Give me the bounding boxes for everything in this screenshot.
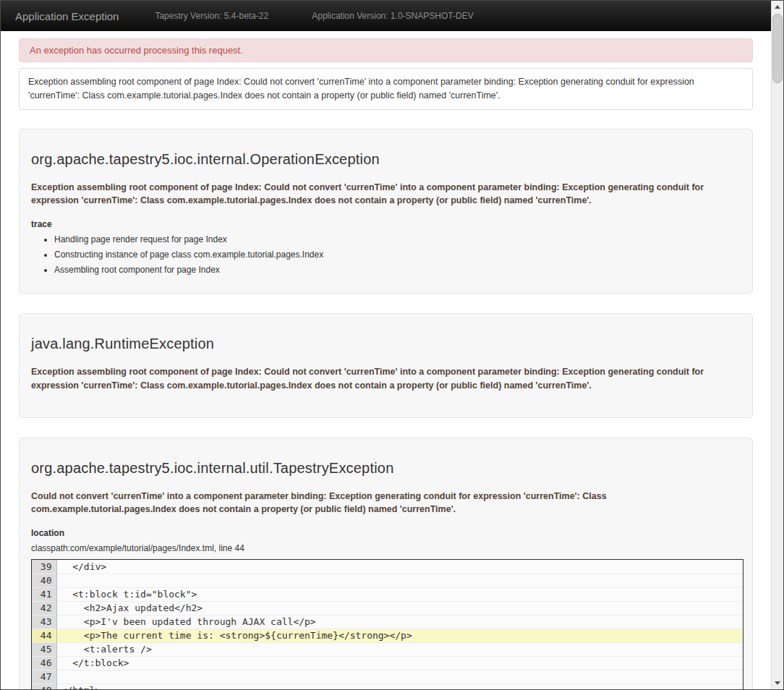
exception-summary: Exception assembling root component of p…	[19, 68, 753, 110]
line-number: 47	[32, 670, 56, 683]
source-line: 42 <h2>Ajax updated</h2>	[32, 601, 743, 615]
line-code: <p>I'v been updated through AJAX call</p…	[56, 615, 743, 629]
tapestry-version-label: Tapestry Version: 5.4-beta-22	[155, 11, 268, 21]
page-viewport: Application Exception Tapestry Version: …	[1, 1, 771, 689]
up-arrow-icon	[775, 5, 780, 9]
page-title: Application Exception	[15, 10, 119, 22]
source-line: 41 <t:block t:id="block">	[32, 587, 743, 601]
line-code	[56, 574, 743, 587]
error-alert-banner: An exception has occurred processing thi…	[19, 38, 753, 62]
line-code: <t:alerts />	[56, 642, 743, 656]
source-line: 39 </div>	[32, 560, 743, 574]
location-value: classpath:com/example/tutorial/pages/Ind…	[31, 543, 741, 553]
source-line: 47	[32, 670, 743, 683]
line-code: <t:block t:id="block">	[56, 587, 743, 601]
line-number: 41	[32, 587, 56, 601]
line-number: 45	[32, 642, 56, 656]
trace-item: Assembling root component for page Index	[54, 265, 741, 275]
scrollbar-down-button[interactable]	[772, 677, 783, 689]
exception-class-name: org.apache.tapestry5.ioc.internal.util.T…	[31, 460, 741, 477]
exception-message: Exception assembling root component of p…	[31, 365, 741, 393]
source-line: 45 <t:alerts />	[32, 642, 743, 656]
line-number: 48	[32, 683, 56, 689]
line-code: </t:block>	[56, 656, 743, 670]
source-lines: 39 </div>4041 <t:block t:id="block">42 <…	[32, 560, 743, 689]
scrollbar-thumb[interactable]	[772, 14, 783, 83]
line-code: <h2>Ajax updated</h2>	[56, 601, 743, 615]
source-line: 43 <p>I'v been updated through AJAX call…	[32, 615, 743, 629]
exception-panel-tapestry-exception: org.apache.tapestry5.ioc.internal.util.T…	[19, 438, 753, 690]
line-code	[56, 670, 743, 683]
page-content: An exception has occurred processing thi…	[1, 31, 771, 689]
exception-class-name: java.lang.RuntimeException	[31, 336, 741, 352]
trace-label: trace	[31, 219, 741, 229]
source-line: 48</html>	[32, 683, 743, 689]
source-line: 40	[32, 574, 743, 587]
trace-item: Constructing instance of page class com.…	[54, 250, 741, 260]
line-number: 43	[32, 615, 56, 629]
line-number: 46	[32, 656, 56, 670]
trace-list: Handling page render request for page In…	[54, 234, 741, 275]
browser-window: Application Exception Tapestry Version: …	[0, 0, 784, 690]
scrollbar-up-button[interactable]	[772, 1, 783, 13]
line-number: 42	[32, 601, 56, 615]
trace-item: Handling page render request for page In…	[54, 234, 741, 244]
location-label: location	[31, 528, 741, 538]
line-number: 39	[32, 560, 56, 574]
line-code: </html>	[56, 683, 743, 689]
source-line: 46 </t:block>	[32, 656, 743, 670]
line-number: 44	[32, 629, 56, 642]
source-line-highlighted: 44 <p>The current time is: <strong>${cur…	[32, 629, 743, 642]
exception-message: Could not convert 'currenTime' into a co…	[31, 490, 741, 517]
vertical-scrollbar[interactable]	[771, 1, 783, 689]
exception-panel-runtime-exception: java.lang.RuntimeException Exception ass…	[19, 313, 753, 418]
line-code: </div>	[56, 560, 743, 574]
exception-panel-operation-exception: org.apache.tapestry5.ioc.internal.Operat…	[19, 129, 753, 294]
source-table: 39 </div>4041 <t:block t:id="block">42 <…	[32, 560, 743, 689]
app-header: Application Exception Tapestry Version: …	[1, 1, 771, 31]
exception-class-name: org.apache.tapestry5.ioc.internal.Operat…	[31, 151, 741, 168]
line-number: 40	[32, 574, 56, 587]
down-arrow-icon	[775, 681, 780, 685]
exception-message: Exception assembling root component of p…	[31, 181, 741, 208]
line-code: <p>The current time is: <strong>${curren…	[56, 629, 743, 642]
source-snippet: 39 </div>4041 <t:block t:id="block">42 <…	[31, 559, 743, 689]
app-version-label: Application Version: 1.0-SNAPSHOT-DEV	[312, 11, 473, 21]
